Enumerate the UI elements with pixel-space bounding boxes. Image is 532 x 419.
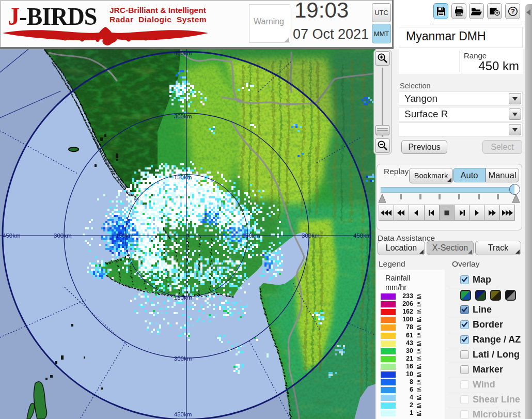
svg-text:150km: 150km bbox=[242, 232, 260, 239]
svg-text:300km: 300km bbox=[54, 232, 72, 239]
svg-text:300km: 300km bbox=[302, 232, 320, 239]
svg-text:300km: 300km bbox=[174, 355, 192, 362]
svg-text:450km: 450km bbox=[3, 232, 21, 239]
svg-text:150km: 150km bbox=[174, 174, 192, 180]
svg-text:300km: 300km bbox=[174, 113, 192, 119]
svg-text:150km: 150km bbox=[116, 232, 134, 239]
svg-text:450km: 450km bbox=[353, 232, 371, 239]
svg-text:450km: 450km bbox=[174, 411, 192, 417]
svg-text:450km: 450km bbox=[174, 50, 192, 56]
svg-text:150km: 150km bbox=[174, 294, 192, 301]
svg-text:?: ? bbox=[511, 8, 515, 15]
